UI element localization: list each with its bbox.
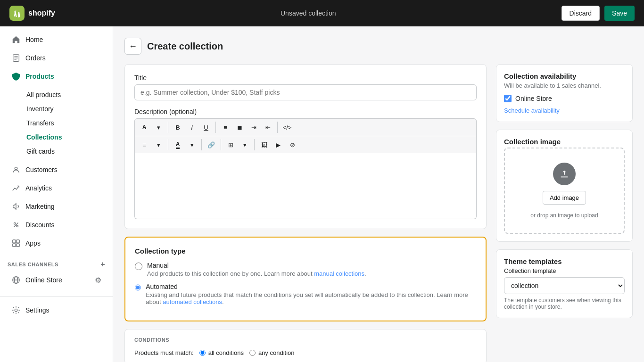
logo: shopify [9,6,55,21]
toolbar-btn-paragraph[interactable]: A [138,121,151,134]
svg-point-4 [15,167,17,170]
toolbar-btn-table-dropdown[interactable]: ▾ [238,138,251,151]
conditions-any-radio[interactable] [249,350,256,356]
toolbar-sep-6 [221,139,221,150]
radio-option-automated: Automated Existing and future products t… [135,283,476,305]
sidebar-item-marketing[interactable]: Marketing [4,197,109,215]
radio-manual-desc: Add products to this collection one by o… [147,270,366,277]
discounts-icon [11,220,21,230]
svg-point-17 [15,309,17,311]
toolbar-btn-bold[interactable]: B [171,121,184,134]
toolbar-btn-align-dropdown[interactable]: ▾ [152,138,165,151]
drop-text: or drop an image to upload [514,212,614,219]
radio-automated-desc: Existing and future products that match … [146,291,476,305]
radio-manual[interactable] [135,263,142,270]
toolbar-btn-font-color[interactable]: A [171,138,184,151]
sidebar-label-marketing: Marketing [25,203,54,210]
template-select[interactable]: collection default [504,277,625,294]
editor-toolbar: A ▾ B I U ≡ ≣ ⇥ ⇤ </> [134,118,477,136]
radio-automated-content: Automated Existing and future products t… [146,283,476,305]
marketing-icon [11,202,21,211]
sidebar-item-discounts[interactable]: Discounts [4,216,109,234]
content-side: Collection availability Will be availabl… [496,64,633,326]
availability-title: Collection availability [504,72,625,80]
toolbar-sep-4 [168,139,168,150]
discard-button[interactable]: Discard [561,6,600,21]
online-store-checkbox[interactable] [504,95,512,102]
title-label: Title [134,74,477,82]
conditions-any-option[interactable]: any condition [249,349,295,356]
orders-icon [11,53,21,63]
toolbar-btn-underline[interactable]: U [199,121,213,134]
sidebar-item-inventory[interactable]: Inventory [22,102,113,116]
toolbar-btn-image[interactable]: 🖼 [257,138,271,151]
sales-channels-section: SALES CHANNELS + [0,253,113,271]
toolbar-btn-italic[interactable]: I [185,121,198,134]
title-description-card: Title Description (optional) A ▾ B I U [124,64,487,229]
automated-collections-link[interactable]: automated collections [163,298,222,305]
sidebar-label-products: Products [25,73,54,80]
toolbar-btn-indent[interactable]: ⇥ [247,121,260,134]
sidebar-item-all-products[interactable]: All products [22,88,113,102]
radio-automated[interactable] [135,284,141,291]
toolbar-btn-align[interactable]: ≡ [138,138,151,151]
toolbar-btn-font-color-dropdown[interactable]: ▾ [185,138,198,151]
sidebar-item-home[interactable]: Home [4,31,109,49]
conditions-row: Products must match: all conditions any … [134,347,477,356]
conditions-all-radio[interactable] [199,350,206,356]
collection-image-title: Collection image [504,138,625,146]
sidebar-item-collections[interactable]: Collections [22,130,113,144]
toolbar-row-2: ≡ ▾ A ▾ 🔗 ⊞ ▾ 🖼 ▶ [138,138,299,151]
shopify-logo-icon [9,6,25,21]
sidebar-item-products[interactable]: Products [4,67,109,85]
title-input[interactable] [134,84,477,100]
sidebar-item-orders[interactable]: Orders [4,49,109,67]
sidebar-item-settings[interactable]: Settings [4,301,109,319]
conditions-all-option[interactable]: all conditions [199,349,244,356]
toolbar-btn-video[interactable]: ▶ [272,138,285,151]
svg-rect-13 [17,244,19,247]
content-main: Title Description (optional) A ▾ B I U [124,64,487,362]
sidebar-label-discounts: Discounts [25,221,54,229]
topbar-page-title: Unsaved collection [55,9,561,17]
sidebar-item-transfers[interactable]: Transfers [22,116,113,130]
sidebar-item-apps[interactable]: Apps [4,234,109,252]
toolbar-btn-table[interactable]: ⊞ [224,138,237,151]
sidebar-item-online-store[interactable]: Online Store ⚙ [4,271,109,289]
apps-icon [11,239,21,248]
sidebar-item-analytics[interactable]: Analytics [4,179,109,197]
toolbar-btn-code[interactable]: </> [281,121,294,134]
toolbar-sep-3 [277,122,278,133]
sidebar-item-gift-cards[interactable]: Gift cards [22,144,113,158]
online-store-checkbox-label[interactable]: Online Store [515,95,552,102]
editor-toolbar-row2: ≡ ▾ A ▾ 🔗 ⊞ ▾ 🖼 ▶ [134,136,477,153]
manual-collections-link[interactable]: manual collections [314,270,364,277]
toolbar-btn-bullet-list[interactable]: ≡ [219,121,232,134]
radio-automated-label[interactable]: Automated [146,283,178,290]
add-image-button[interactable]: Add image [543,191,586,205]
page-title: Create collection [147,41,223,52]
description-editor[interactable] [134,153,477,219]
schedule-availability-link[interactable]: Schedule availability [504,107,625,114]
image-upload-area[interactable]: Add image or drop an image to upload [504,148,625,234]
svg-rect-10 [13,240,16,243]
add-sales-channel-button[interactable]: + [100,260,105,269]
toolbar-btn-outdent[interactable]: ⇤ [261,121,274,134]
description-label: Description (optional) [134,108,477,115]
toolbar-sep-1 [168,122,168,133]
radio-option-manual: Manual Add products to this collection o… [135,262,476,277]
toolbar-btn-link[interactable]: 🔗 [205,138,218,151]
toolbar-btn-numbered-list[interactable]: ≣ [233,121,246,134]
back-button[interactable]: ← [124,38,141,55]
conditions-section: CONDITIONS Products must match: all cond… [124,329,487,362]
sidebar-item-customers[interactable]: Customers [4,161,109,179]
analytics-icon [11,183,21,193]
online-store-settings-icon[interactable]: ⚙ [95,276,101,285]
toolbar-btn-paragraph-dropdown[interactable]: ▾ [152,121,165,134]
toolbar-btn-more[interactable]: ⊘ [286,138,299,151]
save-button[interactable]: Save [604,6,635,21]
online-store-icon [11,275,21,285]
svg-line-9 [14,223,18,227]
radio-manual-label[interactable]: Manual [147,262,169,269]
sidebar-label-online-store: Online Store [25,276,62,284]
